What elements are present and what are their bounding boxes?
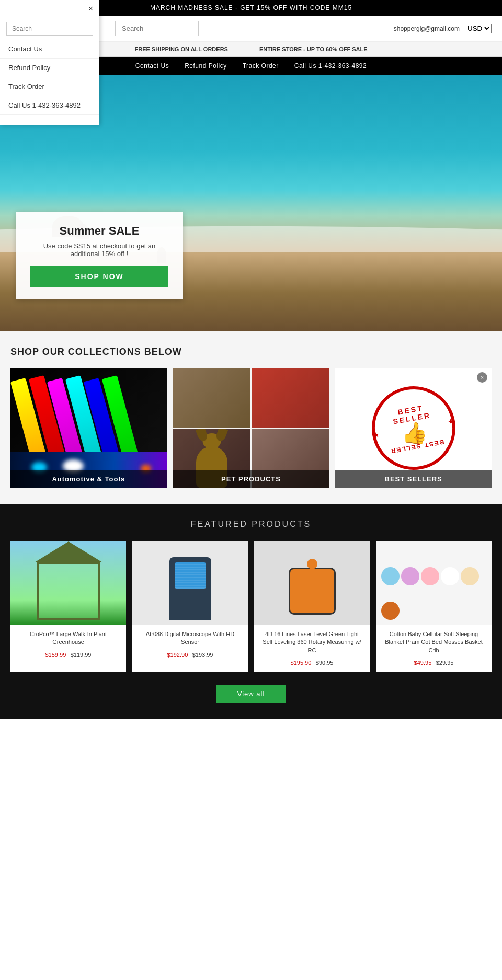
microscope-price-new: $193.99 [192, 652, 213, 658]
dog-ear-left [196, 429, 209, 442]
blanket-price-new: $29.95 [436, 660, 454, 666]
pet-label: PET PRODUCTS [173, 470, 329, 488]
microscope-price-old: $192.90 [167, 652, 188, 658]
page-wrapper: MARCH MADNESS SALE - GET 15% OFF WITH CO… [0, 0, 502, 719]
product-greenhouse[interactable]: CroPco™ Large Walk-In Plant Greenhouse $… [10, 541, 126, 672]
greenhouse-roof [35, 541, 102, 562]
laser-device [289, 568, 336, 615]
blanket-name: Cotton Baby Cellular Soft Sleeping Blank… [381, 630, 486, 654]
blanket-info: Cotton Baby Cellular Soft Sleeping Blank… [376, 625, 492, 672]
sidebar-item-contact[interactable]: Contact Us [0, 40, 99, 59]
sidebar-search-container [0, 18, 99, 40]
laser-top [307, 559, 317, 569]
header: × Contact Us Refund Policy Track Order C… [0, 16, 502, 42]
promo-subtitle: Use code SS15 at checkout to get an addi… [30, 242, 168, 258]
collection-automotive[interactable]: Automotive & Tools [10, 368, 167, 488]
bestseller-close-icon[interactable]: × [477, 372, 487, 383]
greenhouse-frame [37, 562, 100, 620]
featured-section: FEATURED PRODUCTS CroPco™ Large Walk-In … [0, 504, 502, 719]
laser-info: 4D 16 Lines Laser Level Green Light Self… [254, 625, 370, 672]
bestsellers-label: BEST SELLERS [335, 470, 492, 488]
stamp-thumb-icon: 👍 [401, 422, 427, 443]
sidebar-item-refund[interactable]: Refund Policy [0, 59, 99, 77]
sidebar-item-track[interactable]: Track Order [0, 77, 99, 96]
view-all-button[interactable]: View all [216, 685, 286, 703]
microscope-screen-lines [175, 562, 206, 589]
featured-title: FEATURED PRODUCTS [10, 520, 492, 529]
announcement-text: MARCH MADNESS SALE - GET 15% OFF WITH CO… [150, 4, 352, 11]
bestseller-stamp: ★ ★ BESTSELLER 👍 BEST SELLER [365, 379, 462, 476]
collections-grid: Automotive & Tools [10, 368, 492, 488]
collection-pet[interactable]: PET PRODUCTS [173, 368, 329, 488]
hero-promo-box: Summer SALE Use code SS15 at checkout to… [16, 212, 183, 299]
microscope-prices: $192.90 $193.99 [138, 650, 243, 659]
product-blanket[interactable]: Cotton Baby Cellular Soft Sleeping Blank… [376, 541, 492, 672]
microscope-body [169, 557, 211, 620]
nav-contact[interactable]: Contact Us [135, 62, 169, 70]
blanket-image [376, 541, 492, 625]
automotive-label: Automotive & Tools [10, 470, 167, 488]
greenhouse-image [10, 541, 126, 625]
laser-name: 4D 16 Lines Laser Level Green Light Self… [259, 630, 364, 654]
greenhouse-info: CroPco™ Large Walk-In Plant Greenhouse $… [10, 625, 126, 664]
microscope-info: Atr088 Digital Microscope With HD Sensor… [132, 625, 248, 664]
nav-track[interactable]: Track Order [243, 62, 279, 70]
greenhouse-price-old: $159.99 [45, 652, 66, 658]
blanket-roll-blue [381, 567, 400, 585]
star-right-icon: ★ [447, 417, 455, 426]
shipping-info: FREE SHIPPING ON ALL ORDERS [134, 46, 227, 52]
blanket-roll-white [441, 567, 459, 585]
laser-price-new: $90.95 [316, 660, 334, 666]
microscope-name: Atr088 Digital Microscope With HD Sensor [138, 630, 243, 647]
blanket-roll-brown [381, 602, 400, 620]
sidebar-nav: Contact Us Refund Policy Track Order Cal… [0, 40, 99, 115]
blanket-prices: $49.95 $29.95 [381, 658, 486, 667]
microscope-screen [175, 562, 206, 589]
product-laser[interactable]: 4D 16 Lines Laser Level Green Light Self… [254, 541, 370, 672]
collections-section: SHOP OUR COLLECTIONS BELOW [0, 331, 502, 504]
blanket-roll-pink [421, 567, 439, 585]
greenhouse-prices: $159.99 $119.99 [16, 650, 121, 659]
product-microscope[interactable]: Atr088 Digital Microscope With HD Sensor… [132, 541, 248, 672]
header-email: shoppergig@gmail.com [394, 25, 460, 32]
sidebar-drawer: × Contact Us Refund Policy Track Order C… [0, 0, 99, 125]
dog-head [202, 433, 221, 449]
dog-ear-right [215, 429, 228, 442]
promo-title: Summer SALE [30, 224, 168, 238]
close-icon[interactable]: × [0, 0, 99, 18]
star-left-icon: ★ [372, 430, 380, 440]
blanket-roll-wheat [461, 567, 479, 585]
sidebar-search-input[interactable] [6, 22, 93, 36]
sale-info: ENTIRE STORE - UP TO 60% OFF SALE [259, 46, 368, 52]
header-search-input[interactable] [115, 21, 199, 36]
greenhouse-name: CroPco™ Large Walk-In Plant Greenhouse [16, 630, 121, 647]
collection-bestsellers[interactable]: × ★ ★ BESTSELLER 👍 BEST SELLER BEST SELL… [335, 368, 492, 488]
laser-prices: $195.90 $90.95 [259, 658, 364, 667]
sidebar-item-phone[interactable]: Call Us 1-432-363-4892 [0, 96, 99, 115]
shop-now-button[interactable]: SHOP NOW [30, 266, 168, 287]
blanket-roll-purple [401, 567, 419, 585]
laser-image [254, 541, 370, 625]
collections-title: SHOP OUR COLLECTIONS BELOW [10, 347, 492, 358]
blanket-rolls [381, 552, 486, 620]
greenhouse-price-new: $119.99 [71, 652, 92, 658]
blanket-price-old: $49.95 [414, 660, 432, 666]
pet-cell-1 [173, 368, 250, 428]
laser-price-old: $195.90 [291, 660, 312, 666]
nav-phone[interactable]: Call Us 1-432-363-4892 [294, 62, 367, 70]
pet-cell-2 [252, 368, 329, 428]
microscope-image [132, 541, 248, 625]
nav-refund[interactable]: Refund Policy [185, 62, 227, 70]
currency-selector[interactable]: USD CAD EUR GBP [465, 24, 492, 33]
products-grid: CroPco™ Large Walk-In Plant Greenhouse $… [10, 541, 492, 672]
